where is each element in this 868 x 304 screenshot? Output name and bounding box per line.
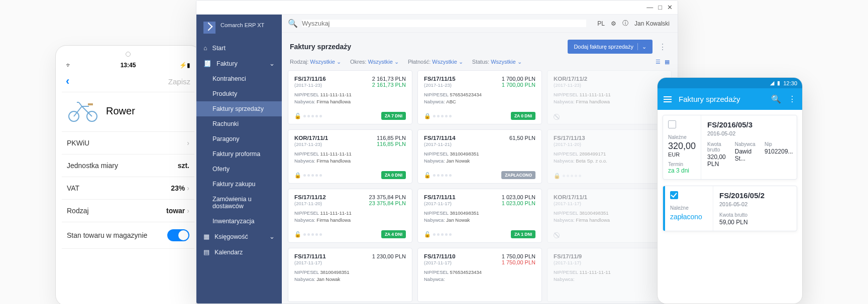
nip-value: 38100498351 xyxy=(450,210,479,216)
chevron-right-icon: › xyxy=(187,184,189,192)
tablet-camera xyxy=(126,52,131,57)
doc-number: FS/2016/05/3 xyxy=(707,120,793,129)
nav-zamowienia[interactable]: Zamówienia u dostawców xyxy=(196,192,282,214)
nav-ksiegowosc[interactable]: ▦Księgowość ⌄ xyxy=(196,229,282,244)
field-kind[interactable]: Rodzaj towar› xyxy=(62,200,194,222)
view-list-icon[interactable]: ☰ xyxy=(656,59,661,65)
invoice-card[interactable]: FS/17/11/15 (2017-11-23) 1 700,00 PLN 1 … xyxy=(417,70,542,124)
sidebar: Comarch ERP XT ⌂ Start 🧾Faktury ⌄ Kontra… xyxy=(196,15,282,303)
buyer-value: Firma handlowa xyxy=(576,99,610,104)
invoice-card[interactable]: FS/17/11/11 (2017-11-17) 1 230,00 PLN NI… xyxy=(288,248,412,302)
doc-number: FS/17/11/16 xyxy=(294,76,326,82)
nip-value: 9102209... xyxy=(765,148,793,155)
search-input[interactable] xyxy=(302,20,586,27)
nav-proforma[interactable]: Faktury proforma xyxy=(196,146,282,162)
back-button[interactable]: ‹ xyxy=(66,75,69,88)
nav-rachunki[interactable]: Rachunki xyxy=(196,116,282,131)
doc-number: KOR/17/11/1 xyxy=(294,135,328,141)
checkbox[interactable] xyxy=(670,191,678,199)
calendar-icon: ▤ xyxy=(203,248,209,256)
page-title: Faktury sprzedaży xyxy=(290,43,351,51)
invoice-card[interactable]: FS/17/11/10 (2017-11-17) 1 750,00 PLN 1 … xyxy=(417,248,542,302)
amount-due: 23 375,84 PLN xyxy=(369,200,406,206)
field-pkwiu[interactable]: PKWiU › xyxy=(62,132,194,155)
doc-date: (2017-11-23) xyxy=(294,141,328,147)
filter-rodzaj[interactable]: Wszystkie xyxy=(310,59,335,65)
invoice-card[interactable]: FS/17/11/14 (2017-11-21) 61,50 PLN NIP/P… xyxy=(417,129,542,184)
nip-value: 111-111-11-11 xyxy=(579,269,610,275)
more-icon[interactable]: ⋮ xyxy=(788,94,796,104)
accounting-icon: ▦ xyxy=(203,233,209,240)
invoice-card[interactable]: FS/17/11/16 (2017-11-23) 2 161,73 PLN 2 … xyxy=(288,70,412,124)
search-icon: 🔍 xyxy=(288,19,298,28)
filter-bar: Rodzaj: Wszystkie ⌄ Okres: Wszystkie ⌄ P… xyxy=(282,59,678,70)
nav-start[interactable]: ⌂ Start xyxy=(196,41,282,56)
nip-value: 38100498351 xyxy=(450,151,479,157)
doc-date: (2017-11-20) xyxy=(554,141,585,147)
amount: 320,00 xyxy=(668,141,696,151)
invoice-card[interactable]: KOR/17/11/2 (2017-11-23) NIP/PESEL 111-1… xyxy=(547,70,672,124)
amount-gross: 1 230,00 PLN xyxy=(372,253,406,259)
user-name[interactable]: Jan Kowalski xyxy=(634,20,670,27)
language-switch[interactable]: PL xyxy=(597,20,605,27)
buyer-value: Firma handlowa xyxy=(316,158,351,164)
amount-gross: 23 375,84 PLN xyxy=(369,194,406,200)
phone-invoice-card[interactable]: Należne zapłacono FS/2016/05/2 2016-05-0… xyxy=(663,186,797,231)
gear-icon[interactable]: ⚙ xyxy=(611,20,616,27)
filter-status[interactable]: Wszystkie xyxy=(491,59,516,65)
invoice-card[interactable]: KOR/17/11/1 (2017-11-17) NIP/PESEL 38100… xyxy=(547,189,672,243)
nip-value: 38100498351 xyxy=(320,269,349,275)
doc-number: FS/17/11/9 xyxy=(554,253,582,259)
invoice-card[interactable]: FS/17/11/11 (2017-11-17) 1 023,00 PLN 1 … xyxy=(417,189,542,243)
invoice-card[interactable]: FS/17/11/9 (2017-11-17) NIP/PESEL 111-11… xyxy=(547,248,672,302)
doc-date: (2017-11-23) xyxy=(424,82,456,88)
filter-platnosc[interactable]: Wszystkie xyxy=(432,59,457,65)
nav-produkty[interactable]: Produkty xyxy=(196,86,282,101)
buyer-value: Jan Nowak xyxy=(316,276,340,282)
field-unit[interactable]: Jednostka miary szt. xyxy=(62,155,194,177)
status-badge: ZA 0 DNI xyxy=(381,171,406,179)
nav-kalendarz[interactable]: ▤ Kalendarz xyxy=(196,244,282,260)
doc-number: FS/17/11/14 xyxy=(424,135,456,141)
nav-faktury[interactable]: 🧾Faktury ⌄ xyxy=(196,56,282,71)
buyer-value: Firma handlowa xyxy=(576,217,610,223)
hamburger-icon[interactable] xyxy=(664,96,672,102)
info-icon[interactable]: ⓘ xyxy=(622,19,628,28)
invoice-card[interactable]: KOR/17/11/1 (2017-11-23) 116,85 PLN 116,… xyxy=(288,129,412,184)
ban-icon xyxy=(554,114,560,120)
window-maximize[interactable]: □ xyxy=(658,4,662,11)
more-menu[interactable]: ⋮ xyxy=(656,42,670,52)
save-button[interactable]: Zapisz xyxy=(168,77,190,86)
filter-okres[interactable]: Wszystkie xyxy=(368,59,393,65)
amount-due: 1 750,00 PLN xyxy=(502,259,535,265)
doc-number: KOR/17/11/1 xyxy=(554,194,587,200)
nav-oferty[interactable]: Oferty xyxy=(196,162,282,177)
stock-toggle[interactable] xyxy=(167,229,189,241)
amount-gross: 116,85 PLN xyxy=(377,135,406,141)
add-invoice-button[interactable]: Dodaj fakturę sprzedaży ⌄ xyxy=(568,40,653,54)
chevron-down-icon: ⌄ xyxy=(642,44,646,50)
lock-icon: 🔓 xyxy=(294,231,301,238)
nav-zakupu[interactable]: Faktury zakupu xyxy=(196,177,282,192)
invoice-card[interactable]: FS/17/11/12 (2017-11-20) 23 375,84 PLN 2… xyxy=(288,189,412,243)
nip-value: 111-111-11-11 xyxy=(320,151,351,157)
window-minimize[interactable]: — xyxy=(646,4,653,11)
nav-paragony[interactable]: Paragony xyxy=(196,131,282,146)
nip-value: 38100498351 xyxy=(579,210,608,216)
search-icon[interactable]: 🔍 xyxy=(771,94,781,104)
amount-due: 1 023,00 PLN xyxy=(502,200,535,206)
amount-gross: 1 700,00 PLN xyxy=(502,76,535,82)
status-time: 13:45 xyxy=(56,62,200,69)
nav-inwentaryzacja[interactable]: Inwentaryzacja xyxy=(196,214,282,229)
status-badge: ZA 7 DNI xyxy=(381,112,406,120)
nav-kontrahenci[interactable]: Kontrahenci xyxy=(196,71,282,86)
phone-invoice-card[interactable]: Należne 320,00 EUR Terminza 3 dni FS/201… xyxy=(663,115,797,180)
nav-faktury-sprzedazy[interactable]: Faktury sprzedaży xyxy=(196,101,282,116)
checkbox[interactable] xyxy=(668,120,676,128)
doc-date: (2017-11-23) xyxy=(554,82,587,88)
field-vat[interactable]: VAT 23%› xyxy=(62,177,194,200)
invoice-card[interactable]: FS/17/11/13 (2017-11-20) NIP/PESEL 28984… xyxy=(547,129,672,184)
window-close[interactable]: ✕ xyxy=(667,4,673,11)
view-grid-icon[interactable]: ▦ xyxy=(665,59,670,65)
product-name: Rower xyxy=(106,105,135,117)
